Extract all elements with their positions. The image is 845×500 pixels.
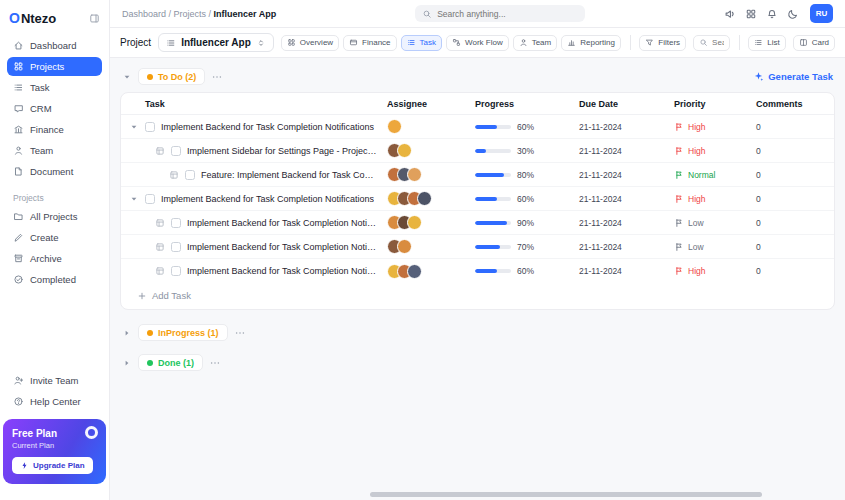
section-pill[interactable]: Done (1): [138, 354, 203, 371]
notifications-icon[interactable]: [766, 8, 778, 20]
user-avatar[interactable]: RU: [810, 4, 833, 23]
tab-work-flow[interactable]: Work Flow: [446, 35, 509, 51]
progress-cell: 60%: [473, 194, 573, 204]
progress-value: 90%: [517, 218, 534, 228]
task-title: Implement Sidebar for Settings Page - Pr…: [187, 146, 377, 156]
section-pill[interactable]: To Do (2): [138, 68, 205, 85]
generate-task-button[interactable]: Generate Task: [753, 71, 833, 82]
tab-finance[interactable]: Finance: [343, 35, 396, 51]
tab-task[interactable]: Task: [401, 35, 442, 51]
sidebar-item-archive[interactable]: Archive: [7, 249, 102, 268]
subtask-icon: [169, 170, 179, 180]
row-checkbox[interactable]: [171, 218, 181, 228]
task-row[interactable]: Implement Backend for Task Completion No…: [121, 211, 834, 235]
avatar: [417, 191, 432, 206]
add-task-button[interactable]: Add Task: [121, 283, 834, 309]
breadcrumb-item-projects[interactable]: Projects: [174, 9, 207, 19]
sidebar-item-label: Completed: [30, 274, 76, 285]
apps-icon[interactable]: [745, 8, 757, 20]
comments-count: 0: [752, 242, 834, 252]
task-row[interactable]: Implement Backend for Task Completion No…: [121, 235, 834, 259]
priority: High: [668, 122, 752, 132]
list-view-button[interactable]: List: [748, 35, 785, 51]
sidebar-item-team[interactable]: Team: [7, 141, 102, 160]
progress-value: 60%: [517, 266, 534, 276]
task-row[interactable]: Feature: Implement Backend for Task Comp…: [121, 163, 834, 187]
toolbar-tabs: OverviewFinanceTaskWork FlowTeamReportin…: [281, 35, 621, 51]
project-name: Influencer App: [181, 37, 251, 48]
assignee-avatars: [377, 239, 473, 254]
section-label: To Do (2): [158, 72, 196, 82]
upgrade-plan-button[interactable]: Upgrade Plan: [12, 457, 93, 474]
sidebar-item-document[interactable]: Document: [7, 162, 102, 181]
progress-value: 60%: [517, 194, 534, 204]
announcements-icon[interactable]: [724, 8, 736, 20]
row-checkbox[interactable]: [145, 122, 155, 132]
row-checkbox[interactable]: [171, 146, 181, 156]
row-checkbox[interactable]: [171, 242, 181, 252]
sidebar-item-finance[interactable]: Finance: [7, 120, 102, 139]
horizontal-scrollbar[interactable]: [370, 492, 762, 497]
tab-label: Work Flow: [465, 38, 503, 47]
section-caret-icon[interactable]: [122, 72, 132, 82]
sidebar-collapse-icon[interactable]: [89, 13, 100, 24]
project-selector[interactable]: Influencer App: [158, 33, 274, 52]
avatar: [397, 239, 412, 254]
row-checkbox[interactable]: [185, 170, 195, 180]
row-expand-icon[interactable]: [129, 122, 139, 132]
tab-label: Task: [420, 38, 436, 47]
task-row[interactable]: Implement Backend for Task Completion No…: [121, 115, 834, 139]
due-date: 21-11-2024: [573, 170, 668, 180]
task-search[interactable]: [693, 35, 730, 51]
sidebar-item-label: Projects: [30, 61, 64, 72]
sidebar-item-task[interactable]: Task: [7, 78, 102, 97]
section-status-dot: [147, 330, 153, 336]
assignee-avatars: [377, 143, 473, 158]
section-menu-icon[interactable]: [211, 71, 223, 83]
task-row[interactable]: Implement Sidebar for Settings Page - Pr…: [121, 139, 834, 163]
sidebar-nav: DashboardProjectsTaskCRMFinanceTeamDocum…: [7, 36, 102, 183]
breadcrumb-item-dashboard[interactable]: Dashboard: [122, 9, 166, 19]
card-view-button[interactable]: Card: [793, 35, 835, 51]
global-search-input[interactable]: [437, 9, 578, 19]
section-pill[interactable]: InProgress (1): [138, 324, 228, 341]
sort-chevrons-icon: [256, 38, 266, 48]
tab-team[interactable]: Team: [513, 35, 558, 51]
task-title: Implement Backend for Task Completion No…: [187, 218, 377, 228]
grid-icon: [287, 38, 296, 47]
sidebar-item-crm[interactable]: CRM: [7, 99, 102, 118]
row-checkbox[interactable]: [145, 194, 155, 204]
task-row[interactable]: Implement Backend for Task Completion No…: [121, 187, 834, 211]
avatar: [397, 143, 412, 158]
card-view-label: Card: [812, 38, 829, 47]
dark-mode-icon[interactable]: [787, 8, 799, 20]
due-date: 21-11-2024: [573, 242, 668, 252]
sidebar-item-all-projects[interactable]: All Projects: [7, 207, 102, 226]
tab-overview[interactable]: Overview: [281, 35, 339, 51]
global-search[interactable]: [415, 5, 585, 22]
priority: High: [668, 194, 752, 204]
filters-button[interactable]: Filters: [639, 35, 686, 51]
sidebar-project-nav: All ProjectsCreateArchiveCompleted: [7, 207, 102, 291]
sidebar-item-create[interactable]: Create: [7, 228, 102, 247]
sidebar-item-dashboard[interactable]: Dashboard: [7, 36, 102, 55]
row-expand-icon[interactable]: [129, 194, 139, 204]
flag-icon: [674, 194, 684, 204]
sidebar-item-projects[interactable]: Projects: [7, 57, 102, 76]
progress-cell: 90%: [473, 218, 573, 228]
task-search-input[interactable]: [712, 38, 724, 47]
logo-text: Ntezo: [21, 11, 88, 26]
tab-reporting[interactable]: Reporting: [561, 35, 621, 51]
sidebar-item-completed[interactable]: Completed: [7, 270, 102, 289]
board-content: To Do (2) Generate Task TaskAssigneeProg…: [110, 58, 845, 500]
sidebar-item-help-center[interactable]: Help Center: [7, 392, 102, 411]
row-checkbox[interactable]: [171, 266, 181, 276]
subtask-icon: [155, 242, 165, 252]
section-menu-icon[interactable]: [209, 357, 221, 369]
section-menu-icon[interactable]: [234, 327, 246, 339]
subtask-icon: [155, 266, 165, 276]
task-row[interactable]: Implement Backend for Task Completion No…: [121, 259, 834, 283]
section-caret-icon[interactable]: [122, 358, 132, 368]
sidebar-item-invite-team[interactable]: Invite Team: [7, 371, 102, 390]
section-caret-icon[interactable]: [122, 328, 132, 338]
